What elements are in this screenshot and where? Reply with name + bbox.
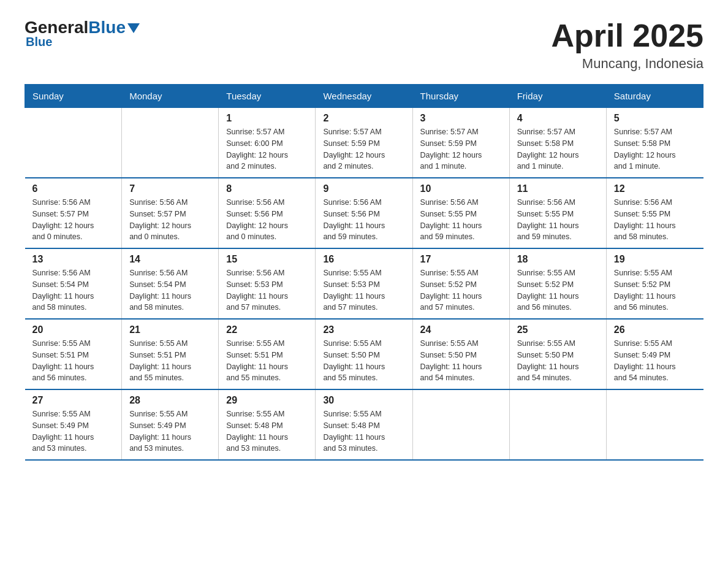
week-row-5: 27Sunrise: 5:55 AMSunset: 5:49 PMDayligh… xyxy=(25,389,703,460)
calendar-cell: 30Sunrise: 5:55 AMSunset: 5:48 PMDayligh… xyxy=(316,389,412,460)
day-number: 28 xyxy=(129,395,211,406)
calendar-cell: 27Sunrise: 5:55 AMSunset: 5:49 PMDayligh… xyxy=(25,389,122,460)
day-info: Sunrise: 5:56 AMSunset: 5:55 PMDaylight:… xyxy=(517,197,599,243)
calendar-cell: 25Sunrise: 5:55 AMSunset: 5:50 PMDayligh… xyxy=(509,319,606,389)
day-info: Sunrise: 5:55 AMSunset: 5:48 PMDaylight:… xyxy=(323,408,404,454)
header: GeneralBlue Blue April 2025 Muncang, Ind… xyxy=(25,18,703,72)
day-number: 4 xyxy=(517,113,599,124)
day-number: 2 xyxy=(323,113,404,124)
calendar-cell: 1Sunrise: 5:57 AMSunset: 6:00 PMDaylight… xyxy=(219,108,316,178)
day-info: Sunrise: 5:56 AMSunset: 5:57 PMDaylight:… xyxy=(129,197,211,243)
calendar-cell: 20Sunrise: 5:55 AMSunset: 5:51 PMDayligh… xyxy=(25,319,122,389)
day-info: Sunrise: 5:57 AMSunset: 5:59 PMDaylight:… xyxy=(420,126,502,172)
day-info: Sunrise: 5:55 AMSunset: 5:53 PMDaylight:… xyxy=(323,267,404,313)
day-info: Sunrise: 5:57 AMSunset: 6:00 PMDaylight:… xyxy=(226,126,308,172)
calendar-cell: 21Sunrise: 5:55 AMSunset: 5:51 PMDayligh… xyxy=(122,319,219,389)
day-info: Sunrise: 5:56 AMSunset: 5:55 PMDaylight:… xyxy=(614,197,696,243)
calendar-cell: 13Sunrise: 5:56 AMSunset: 5:54 PMDayligh… xyxy=(25,248,122,319)
day-number: 30 xyxy=(323,395,404,406)
logo: GeneralBlue Blue xyxy=(25,18,140,49)
calendar-cell: 11Sunrise: 5:56 AMSunset: 5:55 PMDayligh… xyxy=(509,178,606,248)
day-info: Sunrise: 5:55 AMSunset: 5:50 PMDaylight:… xyxy=(420,338,502,384)
day-number: 12 xyxy=(614,183,696,194)
day-number: 5 xyxy=(614,113,696,124)
calendar-cell: 9Sunrise: 5:56 AMSunset: 5:56 PMDaylight… xyxy=(316,178,412,248)
calendar-cell: 2Sunrise: 5:57 AMSunset: 5:59 PMDaylight… xyxy=(316,108,412,178)
week-row-2: 6Sunrise: 5:56 AMSunset: 5:57 PMDaylight… xyxy=(25,178,703,248)
day-info: Sunrise: 5:55 AMSunset: 5:50 PMDaylight:… xyxy=(323,338,404,384)
day-info: Sunrise: 5:55 AMSunset: 5:52 PMDaylight:… xyxy=(420,267,502,313)
day-number: 21 xyxy=(129,324,211,335)
header-monday: Monday xyxy=(122,85,219,108)
week-row-1: 1Sunrise: 5:57 AMSunset: 6:00 PMDaylight… xyxy=(25,108,703,178)
day-number: 18 xyxy=(517,254,599,265)
day-number: 10 xyxy=(420,183,502,194)
calendar-cell: 3Sunrise: 5:57 AMSunset: 5:59 PMDaylight… xyxy=(412,108,509,178)
calendar-cell: 19Sunrise: 5:55 AMSunset: 5:52 PMDayligh… xyxy=(606,248,703,319)
day-info: Sunrise: 5:55 AMSunset: 5:49 PMDaylight:… xyxy=(614,338,696,384)
day-number: 15 xyxy=(226,254,308,265)
calendar-cell: 14Sunrise: 5:56 AMSunset: 5:54 PMDayligh… xyxy=(122,248,219,319)
logo-triangle-icon xyxy=(127,23,140,33)
header-wednesday: Wednesday xyxy=(316,85,412,108)
calendar-cell: 8Sunrise: 5:56 AMSunset: 5:56 PMDaylight… xyxy=(219,178,316,248)
day-info: Sunrise: 5:55 AMSunset: 5:51 PMDaylight:… xyxy=(129,338,211,384)
day-number: 8 xyxy=(226,183,308,194)
day-number: 17 xyxy=(420,254,502,265)
calendar-cell: 26Sunrise: 5:55 AMSunset: 5:49 PMDayligh… xyxy=(606,319,703,389)
day-info: Sunrise: 5:56 AMSunset: 5:55 PMDaylight:… xyxy=(420,197,502,243)
header-tuesday: Tuesday xyxy=(219,85,316,108)
day-number: 20 xyxy=(32,324,115,335)
calendar-cell: 18Sunrise: 5:55 AMSunset: 5:52 PMDayligh… xyxy=(509,248,606,319)
day-info: Sunrise: 5:55 AMSunset: 5:49 PMDaylight:… xyxy=(32,408,115,454)
logo-blue-text: Blue xyxy=(88,18,126,37)
day-info: Sunrise: 5:57 AMSunset: 5:58 PMDaylight:… xyxy=(614,126,696,172)
day-number: 3 xyxy=(420,113,502,124)
calendar-cell: 23Sunrise: 5:55 AMSunset: 5:50 PMDayligh… xyxy=(316,319,412,389)
day-info: Sunrise: 5:55 AMSunset: 5:50 PMDaylight:… xyxy=(517,338,599,384)
week-row-3: 13Sunrise: 5:56 AMSunset: 5:54 PMDayligh… xyxy=(25,248,703,319)
calendar-cell: 16Sunrise: 5:55 AMSunset: 5:53 PMDayligh… xyxy=(316,248,412,319)
calendar-cell: 17Sunrise: 5:55 AMSunset: 5:52 PMDayligh… xyxy=(412,248,509,319)
day-number: 29 xyxy=(226,395,308,406)
day-info: Sunrise: 5:55 AMSunset: 5:51 PMDaylight:… xyxy=(226,338,308,384)
calendar-cell xyxy=(606,389,703,460)
day-number: 19 xyxy=(614,254,696,265)
calendar-cell: 24Sunrise: 5:55 AMSunset: 5:50 PMDayligh… xyxy=(412,319,509,389)
day-number: 6 xyxy=(32,183,115,194)
day-number: 27 xyxy=(32,395,115,406)
calendar-cell: 29Sunrise: 5:55 AMSunset: 5:48 PMDayligh… xyxy=(219,389,316,460)
calendar-cell: 10Sunrise: 5:56 AMSunset: 5:55 PMDayligh… xyxy=(412,178,509,248)
day-number: 22 xyxy=(226,324,308,335)
day-info: Sunrise: 5:56 AMSunset: 5:54 PMDaylight:… xyxy=(32,267,115,313)
day-info: Sunrise: 5:56 AMSunset: 5:56 PMDaylight:… xyxy=(226,197,308,243)
calendar-cell: 15Sunrise: 5:56 AMSunset: 5:53 PMDayligh… xyxy=(219,248,316,319)
day-info: Sunrise: 5:55 AMSunset: 5:49 PMDaylight:… xyxy=(129,408,211,454)
day-info: Sunrise: 5:55 AMSunset: 5:52 PMDaylight:… xyxy=(517,267,599,313)
calendar-table: SundayMondayTuesdayWednesdayThursdayFrid… xyxy=(25,84,703,461)
calendar-cell: 12Sunrise: 5:56 AMSunset: 5:55 PMDayligh… xyxy=(606,178,703,248)
day-info: Sunrise: 5:56 AMSunset: 5:53 PMDaylight:… xyxy=(226,267,308,313)
calendar-cell: 7Sunrise: 5:56 AMSunset: 5:57 PMDaylight… xyxy=(122,178,219,248)
day-number: 9 xyxy=(323,183,404,194)
calendar-cell: 5Sunrise: 5:57 AMSunset: 5:58 PMDaylight… xyxy=(606,108,703,178)
day-number: 7 xyxy=(129,183,211,194)
day-number: 23 xyxy=(323,324,404,335)
day-info: Sunrise: 5:57 AMSunset: 5:59 PMDaylight:… xyxy=(323,126,404,172)
day-number: 14 xyxy=(129,254,211,265)
calendar-cell xyxy=(412,389,509,460)
day-number: 1 xyxy=(226,113,308,124)
title-area: April 2025 Muncang, Indonesia xyxy=(551,18,703,72)
month-title: April 2025 xyxy=(551,18,703,53)
location-title: Muncang, Indonesia xyxy=(551,56,703,72)
week-row-4: 20Sunrise: 5:55 AMSunset: 5:51 PMDayligh… xyxy=(25,319,703,389)
day-info: Sunrise: 5:55 AMSunset: 5:48 PMDaylight:… xyxy=(226,408,308,454)
day-number: 24 xyxy=(420,324,502,335)
calendar-cell xyxy=(25,108,122,178)
day-number: 11 xyxy=(517,183,599,194)
day-number: 26 xyxy=(614,324,696,335)
day-info: Sunrise: 5:56 AMSunset: 5:54 PMDaylight:… xyxy=(129,267,211,313)
day-number: 13 xyxy=(32,254,115,265)
header-thursday: Thursday xyxy=(412,85,509,108)
calendar-cell: 28Sunrise: 5:55 AMSunset: 5:49 PMDayligh… xyxy=(122,389,219,460)
